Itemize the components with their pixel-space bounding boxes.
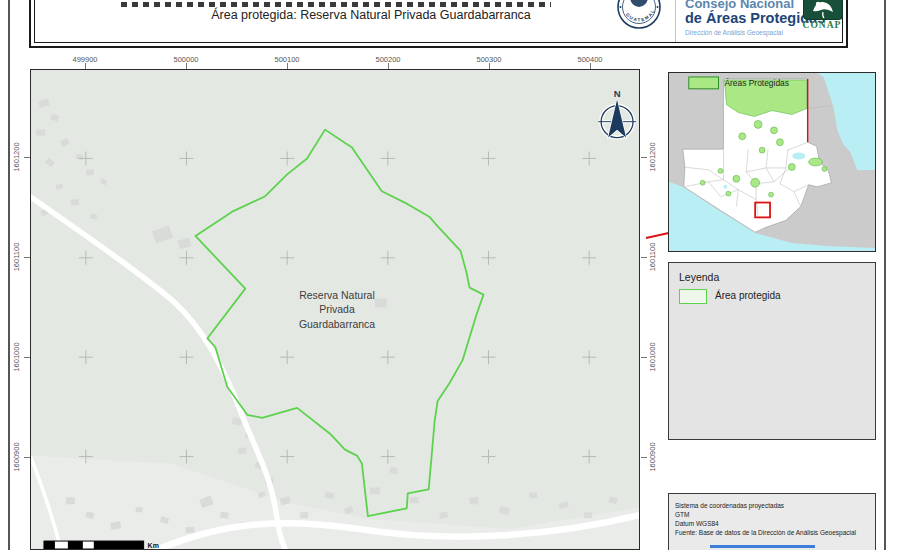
y-tick-label-left: 1601200 — [12, 135, 22, 179]
org-subtitle: Dirección de Análisis Geoespacial — [685, 29, 783, 36]
map-document-page: Área protegida: Reserva Natural Privada … — [0, 0, 900, 550]
title-line1-clipped — [121, 2, 551, 7]
inset-legend-swatch — [689, 77, 719, 89]
info-line: Sistema de coordenadas proyectadas — [675, 501, 869, 510]
map-title: Área protegida: Reserva Natural Privada … — [91, 8, 651, 22]
y-tick-label-right: 1601200 — [648, 135, 658, 179]
inset-legend-label: Áreas Protegidas — [724, 78, 789, 88]
y-tick-label-left: 1601000 — [12, 335, 22, 379]
info-box: Sistema de coordenadas proyectadas GTM D… — [668, 493, 876, 550]
lake-izabal — [792, 153, 805, 160]
legend-title: Leyenda — [679, 271, 719, 283]
info-line: Datum WGS84 — [675, 519, 869, 528]
y-tick-label-left: 1600900 — [12, 435, 22, 479]
north-label: N — [614, 88, 621, 99]
svg-text:Privada: Privada — [319, 304, 355, 315]
inset-map: Áreas Protegidas — [668, 72, 876, 252]
main-map: Reserva Natural Privada Guardabarranca N… — [30, 69, 640, 550]
y-tick — [641, 257, 647, 258]
lake-atitlan — [723, 185, 727, 189]
legend-swatch — [679, 289, 707, 304]
svg-text:Reserva Natural: Reserva Natural — [299, 290, 375, 301]
y-tick-label-left: 1601100 — [12, 235, 22, 279]
scale-bar: Km — [44, 541, 159, 549]
y-tick — [641, 157, 647, 158]
y-tick — [641, 357, 647, 358]
legend: Leyenda Área protegida — [668, 262, 876, 440]
scale-unit-label: Km — [148, 542, 159, 549]
info-line: Fuente: Base de datos de la Dirección de… — [675, 528, 869, 537]
logo-separator — [675, 0, 676, 42]
footer-blue-line — [710, 545, 815, 548]
legend-item-label: Área protegida — [715, 290, 781, 301]
page-border-right — [884, 0, 886, 550]
conap-logo — [803, 0, 843, 20]
quetzal-icon — [804, 0, 842, 19]
y-tick — [641, 457, 647, 458]
y-tick-label-right: 1600900 — [648, 435, 658, 479]
title-bar: Área protegida: Reserva Natural Privada … — [29, 0, 848, 48]
page-border-left — [8, 0, 10, 550]
info-line: GTM — [675, 510, 869, 519]
guatemala-seal: GUATEMALA — [616, 0, 662, 30]
svg-text:Guardabarranca: Guardabarranca — [299, 319, 375, 330]
y-tick-label-right: 1601000 — [648, 335, 658, 379]
conap-label: CONAP — [799, 20, 845, 30]
